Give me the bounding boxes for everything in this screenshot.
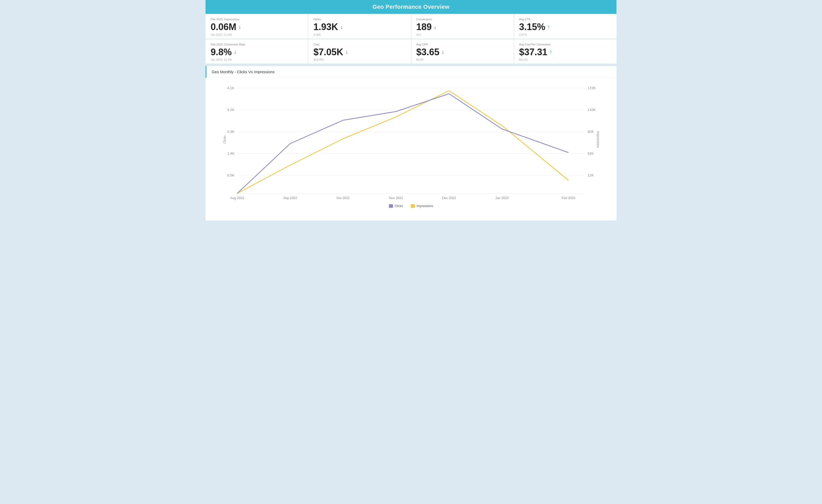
metric-avg-ctr-prev: 2.97% xyxy=(519,33,611,36)
svg-text:Oct 2022: Oct 2022 xyxy=(337,196,350,200)
metric-avg-ctr: Avg CTR 3.15% ↑ 2.97% xyxy=(514,14,616,39)
svg-text:12K: 12K xyxy=(587,174,594,177)
metric-avg-ctr-value: 3.15% xyxy=(519,22,545,32)
metric-avg-cost-per-conv-arrow: ↑ xyxy=(549,49,552,55)
metric-avg-cost-per-conv-value-row: $37.31 ↑ xyxy=(519,47,611,57)
dashboard-header: Geo Performance Overview xyxy=(206,0,616,14)
svg-text:52K: 52K xyxy=(587,152,594,156)
metrics-row-2: Feb 2023: Conversion Rate 9.8% ↓ Jan 202… xyxy=(206,39,616,64)
metric-avg-cpr-prev: $3.88 xyxy=(416,58,509,61)
svg-text:Jan 2023: Jan 2023 xyxy=(495,196,509,200)
metric-avg-cpr-value-row: $3.65 ↓ xyxy=(416,47,509,57)
clicks-line xyxy=(237,94,568,193)
metric-avg-cost-per-conv-value: $37.31 xyxy=(519,47,547,57)
metric-avg-cpr: Avg CPR $3.65 ↓ $3.88 xyxy=(411,39,514,64)
impressions-line xyxy=(237,91,568,193)
legend-clicks-label: Clicks xyxy=(395,204,403,208)
metric-conversions-label: Conversions xyxy=(416,18,509,21)
metric-impressions-arrow: ↓ xyxy=(239,24,241,30)
metric-impressions-label: Feb 2023: Impressions xyxy=(211,18,303,21)
svg-text:3.2K: 3.2K xyxy=(227,108,235,112)
metric-conv-rate-prev: Jan 2023: 12.3% xyxy=(211,58,303,61)
chart-title-bar: Geo Monthly - Clicks Vs Impressions xyxy=(206,66,616,78)
main-chart-svg: 4.1K 3.2K 2.3K 1.4K 0.5K 172K 132K 92K 5… xyxy=(221,83,601,201)
metric-avg-cost-per-conv-label: Avg Cost Per Conversion xyxy=(519,43,611,46)
metric-avg-cost-per-conv-prev: $31.51 xyxy=(519,58,611,61)
metric-cost-value: $7.05K xyxy=(313,47,343,57)
metric-avg-ctr-arrow: ↑ xyxy=(547,24,550,30)
metric-conversions-value-row: 189 ↓ xyxy=(416,22,509,32)
svg-text:Nov 2022: Nov 2022 xyxy=(389,196,403,200)
chart-area: 4.1K 3.2K 2.3K 1.4K 0.5K 172K 132K 92K 5… xyxy=(221,83,601,201)
metric-cost-arrow: ↓ xyxy=(345,49,348,55)
svg-text:0.5K: 0.5K xyxy=(227,174,235,177)
metric-impressions-value-row: 0.06M ↓ xyxy=(211,22,303,32)
metric-clicks-prev: 3.36K xyxy=(313,33,406,36)
svg-text:4.1K: 4.1K xyxy=(227,86,235,90)
svg-text:92K: 92K xyxy=(587,130,594,134)
metric-avg-cpr-value: $3.65 xyxy=(416,47,439,57)
svg-text:132K: 132K xyxy=(587,108,596,112)
svg-text:Sep 2022: Sep 2022 xyxy=(283,196,297,200)
dashboard: Geo Performance Overview Feb 2023: Impre… xyxy=(206,0,616,221)
legend-impressions-box xyxy=(411,204,415,208)
legend-impressions-label: Impressions xyxy=(417,204,433,208)
chart-title: Geo Monthly - Clicks Vs Impressions xyxy=(212,70,275,74)
legend-impressions: Impressions xyxy=(411,204,433,208)
metric-clicks-value: 1.93K xyxy=(313,22,338,32)
metric-conv-rate-arrow: ↓ xyxy=(234,49,237,55)
metric-conv-rate-value-row: 9.8% ↓ xyxy=(211,47,303,57)
metric-cost: Cost $7.05K ↓ $13.05K xyxy=(308,39,411,64)
svg-text:Clicks: Clicks xyxy=(223,135,227,144)
metric-clicks-label: Clicks xyxy=(313,18,406,21)
metric-avg-cost-per-conv: Avg Cost Per Conversion $37.31 ↑ $31.51 xyxy=(514,39,616,64)
svg-text:Impressions: Impressions xyxy=(596,131,600,148)
metric-cost-value-row: $7.05K ↓ xyxy=(313,47,406,57)
metrics-row-1: Feb 2023: Impressions 0.06M ↓ Jan 2023: … xyxy=(206,14,616,39)
svg-text:1.4K: 1.4K xyxy=(227,152,235,156)
svg-text:Dec 2022: Dec 2022 xyxy=(442,196,456,200)
metric-conversions-arrow: ↓ xyxy=(434,24,437,30)
metric-clicks-arrow: ↓ xyxy=(340,24,343,30)
metric-conversions: Conversions 189 ↓ 414 xyxy=(411,14,514,39)
svg-text:Aug 2022: Aug 2022 xyxy=(230,196,244,200)
metric-conversions-prev: 414 xyxy=(416,33,509,36)
metric-cost-prev: $13.05K xyxy=(313,58,406,61)
svg-text:Feb 2023: Feb 2023 xyxy=(561,196,575,200)
metric-cost-label: Cost xyxy=(313,43,406,46)
metric-conversions-value: 189 xyxy=(416,22,432,32)
svg-text:2.3K: 2.3K xyxy=(227,130,235,134)
header-title: Geo Performance Overview xyxy=(372,4,449,10)
metric-impressions-prev: Jan 2023: 0.11M xyxy=(211,33,303,36)
chart-section: Geo Monthly - Clicks Vs Impressions 4.1K… xyxy=(206,66,616,221)
metric-impressions: Feb 2023: Impressions 0.06M ↓ Jan 2023: … xyxy=(206,14,308,39)
chart-container: 4.1K 3.2K 2.3K 1.4K 0.5K 172K 132K 92K 5… xyxy=(206,78,616,221)
chart-legend: Clicks Impressions xyxy=(221,204,601,208)
metric-avg-ctr-label: Avg CTR xyxy=(519,18,611,21)
metric-clicks: Clicks 1.93K ↓ 3.36K xyxy=(308,14,411,39)
metric-avg-cpr-arrow: ↓ xyxy=(442,49,444,55)
metric-clicks-value-row: 1.93K ↓ xyxy=(313,22,406,32)
legend-clicks-box xyxy=(389,204,393,208)
legend-clicks: Clicks xyxy=(389,204,403,208)
metric-impressions-value: 0.06M xyxy=(211,22,236,32)
metric-avg-ctr-value-row: 3.15% ↑ xyxy=(519,22,611,32)
metric-avg-cpr-label: Avg CPR xyxy=(416,43,509,46)
metric-conv-rate-value: 9.8% xyxy=(211,47,232,57)
svg-text:172K: 172K xyxy=(587,86,596,90)
metric-conv-rate-label: Feb 2023: Conversion Rate xyxy=(211,43,303,46)
metric-conv-rate: Feb 2023: Conversion Rate 9.8% ↓ Jan 202… xyxy=(206,39,308,64)
